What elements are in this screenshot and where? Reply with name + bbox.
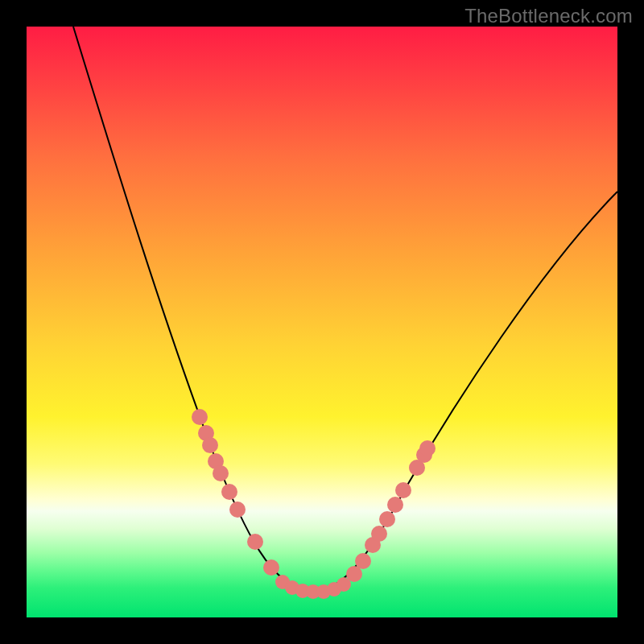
chart-svg bbox=[27, 27, 617, 617]
plot-area bbox=[27, 27, 617, 617]
data-point bbox=[371, 526, 387, 542]
data-point bbox=[229, 502, 246, 518]
data-point bbox=[395, 482, 411, 498]
data-point bbox=[355, 553, 371, 569]
data-point bbox=[263, 559, 279, 576]
watermark-text: TheBottleneck.com bbox=[464, 5, 633, 27]
data-point bbox=[247, 534, 263, 550]
dot-layer bbox=[192, 409, 436, 599]
data-point bbox=[336, 577, 351, 592]
data-point bbox=[213, 465, 229, 481]
data-point bbox=[387, 497, 403, 513]
data-point bbox=[202, 437, 218, 453]
outer-frame: TheBottleneck.com bbox=[0, 0, 644, 644]
data-point bbox=[419, 440, 436, 456]
data-point bbox=[221, 484, 237, 500]
data-point bbox=[192, 409, 208, 425]
data-point bbox=[379, 511, 395, 527]
bottleneck-curve bbox=[73, 27, 617, 592]
